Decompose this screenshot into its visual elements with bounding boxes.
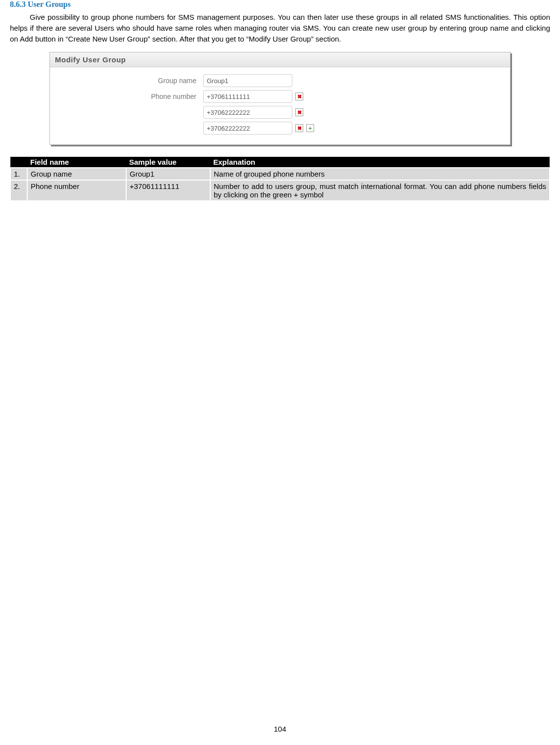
- group-name-label: Group name: [60, 77, 203, 85]
- group-name-input[interactable]: [203, 74, 292, 87]
- cell-field: Group name: [27, 168, 126, 180]
- header-sample: Sample value: [126, 157, 210, 168]
- delete-icon[interactable]: ✖: [295, 108, 303, 116]
- cell-num: 2.: [10, 180, 27, 201]
- cell-sample: Group1: [126, 168, 210, 180]
- group-name-row: Group name: [60, 74, 500, 87]
- phone-number-row-0: Phone number ✖: [60, 90, 500, 103]
- intro-paragraph: Give possibility to group phone numbers …: [10, 12, 550, 44]
- header-num: [10, 157, 27, 168]
- page-number: 104: [0, 725, 560, 733]
- table-header-row: Field name Sample value Explanation: [10, 157, 550, 168]
- phone-number-input-2[interactable]: [203, 122, 292, 135]
- cell-explanation: Name of grouped phone numbers: [210, 168, 550, 180]
- cell-num: 1.: [10, 168, 27, 180]
- table-row: 2. Phone number +37061111111 Number to a…: [10, 180, 550, 201]
- phone-number-row-2: ✖ +: [60, 122, 500, 135]
- delete-icon[interactable]: ✖: [295, 124, 303, 132]
- header-field: Field name: [27, 157, 126, 168]
- description-table: Field name Sample value Explanation 1. G…: [10, 157, 550, 201]
- phone-number-input-0[interactable]: [203, 90, 292, 103]
- add-icon[interactable]: +: [306, 124, 314, 132]
- header-explanation: Explanation: [210, 157, 550, 168]
- cell-explanation: Number to add to users group, must match…: [210, 180, 550, 201]
- phone-number-label: Phone number: [60, 93, 203, 100]
- table-row: 1. Group name Group1 Name of grouped pho…: [10, 168, 550, 180]
- phone-number-row-1: ✖: [60, 106, 500, 119]
- phone-number-input-1[interactable]: [203, 106, 292, 119]
- delete-icon[interactable]: ✖: [295, 93, 303, 100]
- section-heading: 8.6.3 User Groups: [10, 0, 550, 9]
- cell-sample: +37061111111: [126, 180, 210, 201]
- modify-user-group-panel: Modify User Group Group name Phone numbe…: [49, 52, 511, 145]
- panel-title: Modify User Group: [50, 52, 510, 67]
- cell-field: Phone number: [27, 180, 126, 201]
